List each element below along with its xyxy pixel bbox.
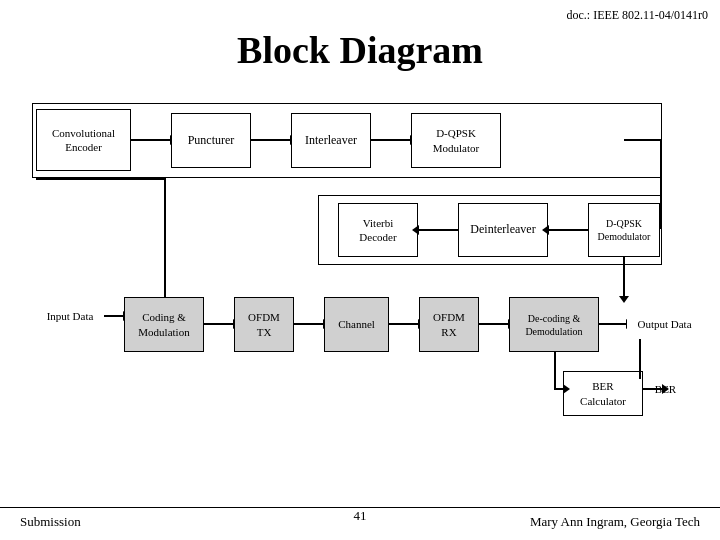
- input-data-box: Input Data: [36, 300, 104, 332]
- footer-left: Submission: [20, 514, 81, 530]
- puncturer-box: Puncturer: [171, 113, 251, 168]
- output-data-label: Output Data: [627, 309, 702, 339]
- arrow-decoding-down: [554, 352, 556, 389]
- ofdm-rx-box: OFDM RX: [419, 297, 479, 352]
- arrow-decoding-output: [599, 323, 627, 325]
- arrow-bottom-connect: [36, 178, 164, 180]
- arrow-deinter-demod: [548, 229, 588, 231]
- deinterleaver-box: Deinterleaver: [458, 203, 548, 257]
- arrow-coding-up: [164, 178, 166, 297]
- viterbi-box: Viterbi Decoder: [338, 203, 418, 257]
- arrow-top-enc-right: [660, 139, 662, 229]
- arrow-ofdm-tx-channel: [294, 323, 324, 325]
- arrow-viterbi-deinter: [418, 229, 458, 231]
- dqpsk-demod-box: D-QPSK Demodulator: [588, 203, 660, 257]
- arrow-inter-mod: [371, 139, 411, 141]
- conv-encoder-box: Convolutional Encoder: [36, 109, 131, 171]
- arrow-input-coding: [104, 315, 124, 317]
- footer-center: 41: [354, 508, 367, 524]
- arrow-coding-ofdm-tx: [204, 323, 234, 325]
- dqpsk-mod-box: D-QPSK Modulator: [411, 113, 501, 168]
- arrow-ofdm-rx-decoding: [479, 323, 509, 325]
- ofdm-tx-box: OFDM TX: [234, 297, 294, 352]
- arrow-demod-down: [623, 257, 625, 297]
- interleaver-box: Interleaver: [291, 113, 371, 168]
- ber-calc-box: BER Calculator: [563, 371, 643, 416]
- arrow-ber-h: [554, 388, 564, 390]
- diagram-area: Convolutional Encoder Puncturer Interlea…: [18, 95, 702, 485]
- arrow-punct-inter: [251, 139, 291, 141]
- coding-mod-box: Coding & Modulation: [124, 297, 204, 352]
- arrow-output-down: [639, 339, 641, 379]
- arrow-channel-ofdm-rx: [389, 323, 419, 325]
- page-title: Block Diagram: [237, 28, 483, 72]
- channel-box: Channel: [324, 297, 389, 352]
- doc-reference: doc.: IEEE 802.11-04/0141r0: [566, 8, 708, 23]
- decoding-demod-box: De-coding & Demodulation: [509, 297, 599, 352]
- footer-right: Mary Ann Ingram, Georgia Tech: [530, 514, 700, 530]
- arrow-top-enc-h: [624, 139, 660, 141]
- arrow-enc-punct: [131, 139, 171, 141]
- arrow-ber-out: [643, 388, 663, 390]
